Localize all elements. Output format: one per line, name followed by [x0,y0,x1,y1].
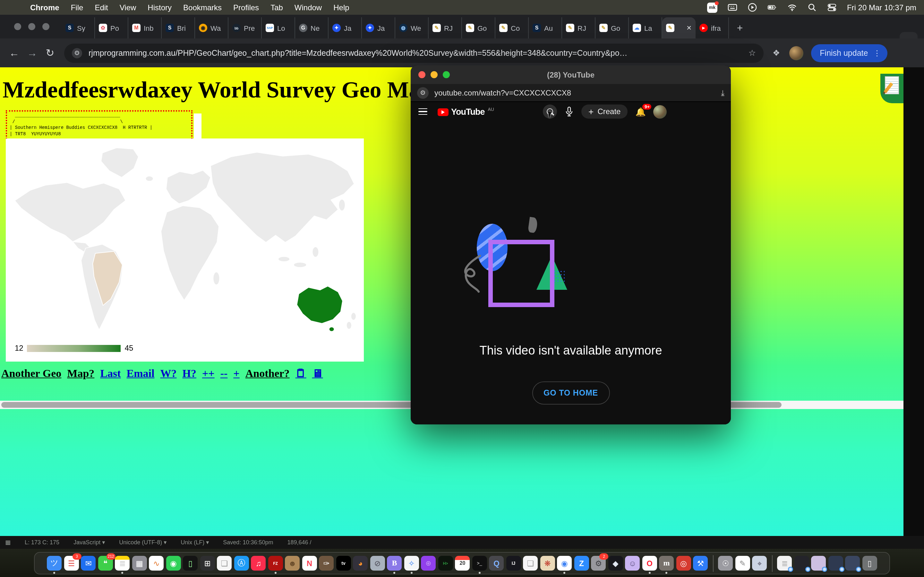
dock-item[interactable]: Q [489,556,504,571]
back-button[interactable]: ← [5,47,23,59]
geochart-map[interactable]: 12 45 [6,139,364,362]
dock-item[interactable]: ❏ [217,556,232,571]
dock-item[interactable]: ✑ [319,556,334,571]
browser-tab[interactable]: ▸ ifra ✕ [696,17,729,39]
browser-tab[interactable]: ◉ Wa ✕ [195,17,228,39]
browser-tab[interactable]: SAP Lo ✕ [262,17,295,39]
close-window-button[interactable] [14,23,21,30]
dock-item[interactable]: ▦ [132,556,147,571]
menu-item[interactable]: Tab [265,3,289,12]
dock-item[interactable]: ⊘ [370,556,385,571]
menu-item[interactable]: Window [289,3,328,12]
dock-item[interactable]: IJ [506,556,521,571]
url-text[interactable]: rjmprogramming.com.au/PHP/GeoChart/geo_c… [89,48,748,57]
dock-item[interactable]: ✧ [404,556,419,571]
browser-tab[interactable]: M Inb ✕ [128,17,162,39]
profile-avatar[interactable] [789,46,803,60]
minimize-window-button[interactable] [28,23,35,30]
youtube-window-titlebar[interactable]: (28) YouTube [411,65,731,84]
dock-item[interactable] [795,556,809,571]
dock-item[interactable]: ✎ [735,556,750,571]
browser-tab[interactable]: ✎ ✕ [662,17,696,39]
dock-item[interactable]: H> [438,556,453,571]
open-in-browser-icon[interactable]: ⤓ [721,88,724,97]
extensions-icon[interactable]: ❖ [772,48,780,58]
browser-tab[interactable]: ✎ RJ ✕ [562,17,596,39]
browser-tab[interactable]: S Au ✕ [529,17,562,39]
mic-icon[interactable] [565,106,573,117]
go-to-home-button[interactable]: GO TO HOME [532,382,610,405]
page-link[interactable]: Email [127,367,155,380]
page-link[interactable]: -- [220,367,228,380]
dock-item[interactable] [713,555,714,572]
page-link[interactable]: 🗒 [296,367,306,380]
close-window-button[interactable] [418,71,425,78]
dock-item[interactable]: ⊞ [200,556,215,571]
youtube-avatar[interactable] [654,105,667,118]
dock-item[interactable]: ☻ [285,556,300,571]
dock-item[interactable]: ツ [47,556,62,571]
browser-tab[interactable]: ☁ La ✕ [629,17,662,39]
menu-item[interactable]: File [65,3,89,12]
spotlight-search-icon[interactable] [807,3,817,12]
dock-item[interactable] [811,556,826,571]
page-link[interactable]: ++ [202,367,215,380]
minimize-window-button[interactable] [431,71,438,78]
browser-tab[interactable]: bb Pre ✕ [228,17,262,39]
dock-item[interactable]: ⌖ [752,556,767,571]
dock-item[interactable]: ◉ [557,556,572,571]
menu-item[interactable]: History [142,3,178,12]
browser-menu-icon[interactable]: ⋮ [873,48,881,57]
bookmark-star-icon[interactable]: ☆ [748,48,756,58]
dock-item[interactable]: ✉ [81,556,96,571]
dock-item[interactable]: ❏ [523,556,538,571]
dock-item[interactable]: ⚙ 2 [591,556,606,571]
address-bar[interactable]: ⚙ rjmprogramming.com.au/PHP/GeoChart/geo… [64,43,764,63]
window-controls[interactable] [418,71,450,78]
reload-button[interactable]: ↻ [41,47,59,59]
browser-tab[interactable]: ✎ RJ ✕ [429,17,462,39]
page-link[interactable]: + [233,367,239,380]
browser-tab[interactable]: ✎ Go ✕ [596,17,629,39]
dock-item[interactable]: ⚒ [693,556,708,571]
battery-icon[interactable] [767,3,777,12]
dock-item[interactable]: ❋ [540,556,555,571]
dock-item[interactable]: Z [574,556,589,571]
dock-item[interactable]: ▯ [863,556,877,571]
menu-item[interactable]: Profiles [228,3,265,12]
search-button[interactable] [543,105,557,119]
browser-tab[interactable]: ◍ We ✕ [395,17,429,39]
dock-item[interactable]: ≣ [777,556,792,571]
menu-item[interactable]: View [114,3,142,12]
dock-item[interactable]: ▯ [183,556,198,571]
control-center-icon[interactable] [827,3,837,12]
browser-tab[interactable]: S Sy ✕ [61,17,95,39]
tab-close-icon[interactable]: ✕ [686,24,692,31]
dock-item[interactable]: O [642,556,657,571]
menu-item[interactable]: Chrome [24,3,65,12]
notifications-bell[interactable]: 🔔9+ [635,107,646,116]
survey-textarea[interactable]: _______________________________________ … [6,110,192,141]
dock-item[interactable]: >_ [472,556,487,571]
dock-item[interactable]: B [387,556,402,571]
page-link[interactable]: Map? [67,367,94,380]
play-icon[interactable] [748,3,757,12]
dock-item[interactable]: ☺ [625,556,640,571]
browser-tab[interactable]: ✎ Co ✕ [495,17,529,39]
dock-item[interactable]: Ⓐ [234,556,249,571]
browser-tab[interactable]: ✎ Go ✕ [462,17,495,39]
browser-tab[interactable]: ✿ Po ✕ [95,17,128,39]
browser-tab[interactable]: ✦ Ja ✕ [328,17,362,39]
dock-item[interactable]: ∿ [149,556,164,571]
keyboard-icon[interactable] [728,3,737,12]
window-controls[interactable] [14,23,49,30]
youtube-url-text[interactable]: youtube.com/watch?v=CXCXCXCXCX8 [435,88,715,97]
page-link[interactable]: Another? [246,367,290,380]
youtube-logo[interactable]: YouTube AU [438,107,494,116]
dock-item[interactable]: ❝ 212 [98,556,113,571]
wifi-icon[interactable] [787,3,797,12]
new-tab-button[interactable]: + [732,20,748,37]
dock-item[interactable] [845,556,860,571]
dock-item[interactable] [829,556,843,571]
dock-item[interactable]: ☉ [718,556,733,571]
